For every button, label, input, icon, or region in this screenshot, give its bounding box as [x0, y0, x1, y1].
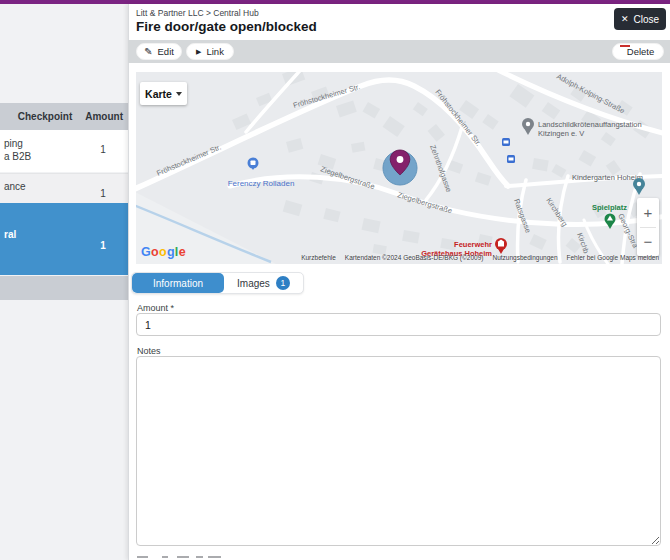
keyboard-shortcuts-link[interactable]: Kurzbefehle [301, 254, 336, 261]
link-button-label: Link [206, 46, 223, 57]
table-row-selected[interactable]: ral 1 [0, 203, 128, 275]
poi-label: Spielplatz [592, 203, 627, 212]
tab-images[interactable]: Images 1 [224, 273, 303, 293]
map-canvas[interactable]: Fröhstockheimer Str. Fröhstockheimer Str… [136, 72, 662, 264]
map-type-label: Karte [145, 88, 172, 100]
checkpoint-table-header: Checkpoint Amount [0, 103, 128, 130]
logo-letter: g [167, 245, 175, 259]
poi-landschildkroeten[interactable]: Landschildkrötenauffangstation Kitzingen… [522, 118, 642, 138]
notes-field-label: Notes [137, 346, 161, 356]
poi-label: Landschildkrötenauffangstation [538, 120, 642, 129]
poi-label: Kitzingen e. V [538, 129, 584, 138]
tab-information[interactable]: Information [132, 273, 224, 293]
street-label: Ziegelbergstraße [396, 190, 453, 215]
delete-button-label: Delete [627, 46, 654, 57]
logo-letter: o [159, 245, 167, 259]
map-graphics: Fröhstockheimer Str. Fröhstockheimer Str… [136, 72, 662, 264]
page-title: Fire door/gate open/blocked [136, 19, 317, 34]
poi-label: Ferenczy Rolladen [228, 179, 295, 188]
poi-label: Feuerwehr [454, 240, 492, 249]
zoom-out-button[interactable]: − [637, 228, 659, 257]
map-zoom-control: + − [637, 198, 659, 256]
images-count-badge: 1 [276, 276, 290, 290]
pencil-icon: ✎ [144, 47, 152, 57]
sidebar-checkpoint-list: Checkpoint Amount ping a B2B 1 ance 1 ra… [0, 4, 128, 560]
tab-bar: Information Images 1 [131, 272, 304, 294]
map-type-selector[interactable]: Karte [140, 82, 187, 105]
notes-textarea[interactable] [136, 356, 661, 546]
map-data-text: Kartendaten ©2024 GeoBasis-DE/BKG (©2009… [345, 254, 484, 261]
checkpoint-name-fragment: ral [4, 229, 16, 240]
zoom-in-button[interactable]: + [637, 198, 659, 227]
report-error-link[interactable]: Fehler bei Google Maps melden [567, 254, 660, 261]
map-attribution: Kurzbefehle Kartendaten ©2024 GeoBasis-D… [301, 254, 659, 261]
close-icon: ✕ [621, 14, 629, 24]
terms-link[interactable]: Nutzungsbedingungen [492, 254, 557, 261]
google-logo[interactable]: G o o g l e [141, 245, 186, 259]
table-row[interactable]: ping a B2B 1 [0, 130, 128, 172]
edit-button-label: Edit [158, 46, 174, 57]
amount-cell: 1 [90, 240, 116, 251]
logo-letter: G [141, 245, 151, 259]
poi-ferenczy[interactable]: Ferenczy Rolladen [228, 158, 295, 189]
amount-input[interactable] [136, 313, 661, 336]
close-button-label: Close [633, 14, 659, 25]
street-label: Ratsgasse [512, 198, 533, 234]
checkpoint-name-fragment: a B2B [4, 151, 31, 162]
breadcrumb: Litt & Partner LLC > Central Hub [136, 8, 259, 18]
edit-button[interactable]: ✎ Edit [136, 43, 182, 60]
play-icon: ▶ [196, 48, 201, 55]
tab-images-label: Images [237, 278, 270, 289]
amount-field-label: Amount * [137, 303, 174, 313]
checkpoint-name-fragment: ance [4, 181, 26, 192]
logo-letter: o [151, 245, 159, 259]
table-row[interactable]: ance 1 [0, 173, 128, 203]
chevron-down-icon [176, 92, 182, 96]
link-button[interactable]: ▶ Link [186, 43, 234, 60]
location-marker [383, 150, 417, 185]
column-header-amount: Amount [85, 111, 123, 122]
checkpoint-name-fragment: ping [4, 138, 23, 149]
column-header-checkpoint: Checkpoint [18, 111, 72, 122]
screen: Checkpoint Amount ping a B2B 1 ance 1 ra… [0, 0, 670, 560]
amount-cell: 1 [90, 144, 116, 155]
bus-stop-icons [502, 138, 515, 163]
logo-letter: e [179, 245, 186, 259]
table-footer-band [0, 276, 128, 300]
poi-kindergarten-label[interactable]: Kindergarten Hoheim [572, 173, 643, 182]
delete-button[interactable]: Delete [612, 43, 664, 60]
amount-cell: 1 [90, 188, 116, 199]
close-button[interactable]: ✕ Close [614, 8, 666, 30]
street-label: Fröhstockheimer Str. [155, 143, 222, 178]
toolbar: ✎ Edit ▶ Link Delete [128, 40, 670, 63]
